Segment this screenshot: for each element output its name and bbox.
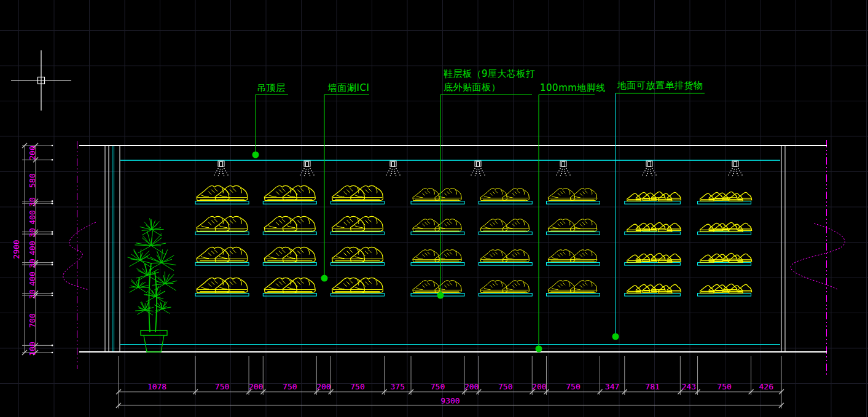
dim-left-segment: 700 — [28, 313, 37, 327]
label-skirting: 100mm地脚线 — [540, 82, 606, 94]
dim-left-segment: 30 — [28, 228, 37, 238]
dim-bottom-segment: 200 — [249, 382, 263, 391]
dim-left-segment: 30 — [28, 289, 37, 299]
dim-bottom-segment: 347 — [605, 382, 619, 391]
dim-left-segment: 580 — [28, 173, 37, 187]
label-floor-goods: 地面可放置单排货物 — [617, 80, 703, 92]
dim-bottom-segment: 750 — [717, 382, 731, 391]
leader-dot — [437, 292, 444, 299]
dim-bottom-segment: 750 — [350, 382, 364, 391]
dim-bottom-segment: 426 — [759, 382, 773, 391]
label-wall-paint: 墙面涮ICI — [328, 82, 369, 94]
dim-left-segment: 400 — [28, 241, 37, 255]
ceiling-downlights — [214, 161, 742, 176]
dim-bottom-total: 9300 — [440, 396, 459, 405]
dim-left-segment: 200 — [28, 146, 37, 160]
dim-left-segment: 400 — [28, 272, 37, 286]
wall-finish-lines — [112, 146, 781, 351]
dim-bottom-segment: 243 — [682, 382, 696, 391]
dim-bottom-segment: 750 — [283, 382, 297, 391]
cad-viewport[interactable]: 吊顶层 墙面涮ICI 鞋层板（9厘大芯板打 底外贴面板） 100mm地脚线 地面… — [0, 0, 868, 417]
label-shelf-board-line1: 鞋层板（9厘大芯板打 — [444, 68, 536, 80]
leader-dot — [536, 346, 542, 353]
dim-left-total: 2900 — [12, 240, 21, 259]
dim-bottom-segment: 200 — [532, 382, 546, 391]
dim-bottom-segment: 750 — [215, 382, 229, 391]
dim-left-segment: 30 — [28, 259, 37, 268]
crosshair-cursor — [11, 50, 71, 111]
centerlines — [77, 140, 827, 377]
potted-plant — [128, 218, 178, 352]
dim-bottom-segment: 750 — [498, 382, 512, 391]
leader-dot — [252, 152, 259, 158]
dim-left-segment: 30 — [28, 198, 37, 208]
shoe-shelves — [195, 185, 752, 296]
annotation-leaders — [252, 93, 705, 353]
dim-bottom-segment: 200 — [316, 382, 330, 391]
dim-bottom-segment: 200 — [464, 382, 479, 391]
dimension-linework — [22, 143, 784, 408]
dim-left-segment: 400 — [28, 211, 37, 225]
dim-bottom-segment: 750 — [566, 382, 580, 391]
dim-bottom-segment: 1078 — [147, 382, 166, 391]
label-shelf-board-line2: 底外贴面板） — [444, 82, 501, 93]
elevation-drawing — [0, 0, 868, 417]
label-ceiling-layer: 吊顶层 — [257, 82, 286, 94]
dim-bottom-segment: 375 — [391, 382, 405, 391]
leader-dot — [321, 275, 328, 282]
wall-structure — [79, 146, 827, 352]
leader-dot — [612, 333, 619, 340]
break-line-symbols — [63, 222, 845, 290]
dim-bottom-segment: 750 — [431, 382, 445, 391]
dim-bottom-segment: 781 — [645, 382, 659, 391]
dim-left-segment: 100 — [28, 341, 37, 356]
